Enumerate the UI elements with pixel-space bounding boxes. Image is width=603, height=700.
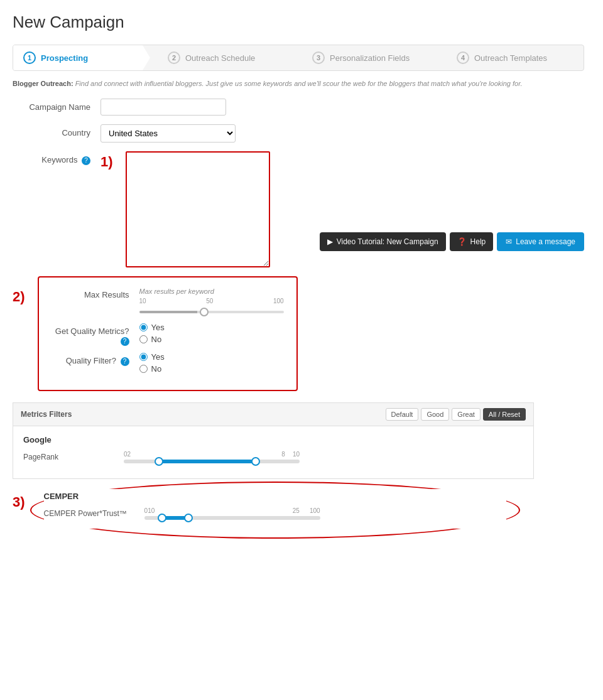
section2-box: Max Results Max results per keyword 10 5… [38, 276, 298, 391]
cemper-ellipse: CEMPER CEMPER Power*Trust™ 0 10 25 100 [30, 482, 520, 539]
page-container: New Campaign 1 Prospecting 2 Outreach Sc… [0, 0, 603, 700]
step-3-number: 3 [312, 51, 325, 64]
campaign-name-input[interactable] [100, 99, 226, 116]
description-text: Find and connect with influential blogge… [75, 80, 523, 87]
step-4-number: 4 [457, 51, 469, 64]
section3-outer: 3) CEMPER CEMPER Power*Trust™ 0 10 25 [13, 479, 534, 539]
cemper-thumb-left[interactable] [158, 514, 166, 522]
section2-wrapper: 2) Max Results Max results per keyword 1… [13, 276, 584, 400]
float-buttons: ▶ Video Tutorial: New Campaign ❓ Help ✉ … [320, 232, 584, 251]
play-icon: ▶ [327, 237, 333, 246]
keywords-label: Keywords ? [13, 151, 100, 165]
quality-filter-yes-radio[interactable] [139, 353, 148, 361]
step-1-number: 1 [23, 51, 36, 64]
filter-btn-great[interactable]: Great [452, 408, 481, 421]
google-metrics-body: Google PageRank 0 2 8 10 [13, 426, 534, 479]
quality-metrics-no[interactable]: No [139, 335, 165, 344]
cemper-metric-label: CEMPER Power*Trust™ [44, 509, 144, 518]
annotation-2: 2) [13, 289, 25, 305]
step-3-label: Personalization Fields [330, 53, 410, 63]
google-title: Google [23, 435, 523, 444]
campaign-name-label: Campaign Name [13, 99, 100, 112]
max-results-row: Max Results Max results per keyword 10 5… [52, 288, 284, 315]
step-3-personalization[interactable]: 3 Personalization Fields [295, 45, 439, 70]
max-results-range[interactable] [139, 311, 284, 313]
quality-metrics-yes-radio[interactable] [139, 323, 148, 331]
cemper-track [144, 516, 320, 520]
step-4-label: Outreach Templates [474, 53, 547, 63]
campaign-name-row: Campaign Name [13, 99, 584, 116]
quality-filter-no-radio[interactable] [139, 365, 148, 373]
cemper-title: CEMPER [44, 492, 506, 501]
country-row: Country United States [13, 124, 584, 143]
pagerank-slider-wrap: 0 2 8 10 [124, 451, 523, 463]
max-results-slider-container: Max results per keyword 10 50 100 [139, 288, 284, 315]
max-results-label: Max Results [52, 288, 139, 299]
max-results-sublabel: Max results per keyword [139, 288, 284, 295]
max-results-range-wrap [139, 306, 284, 315]
cemper-slider-wrap: 0 10 25 100 [144, 507, 506, 520]
pagerank-thumb-right[interactable] [251, 457, 260, 466]
annotation-1: 1) [100, 154, 113, 170]
pagerank-fill [159, 460, 256, 463]
quality-filter-label: Quality Filter? ? [52, 352, 139, 366]
step-description: Blogger Outreach: Find and connect with … [13, 80, 584, 87]
metrics-filter-buttons: Default Good Great All / Reset [386, 408, 526, 421]
quality-filter-row: Quality Filter? ? Yes No [52, 352, 284, 374]
quality-metrics-radio-group: Yes No [139, 323, 165, 344]
step-2-number: 2 [168, 51, 180, 64]
step-2-outreach-schedule[interactable]: 2 Outreach Schedule [150, 45, 295, 70]
step-1-prospecting[interactable]: 1 Prospecting [13, 45, 150, 70]
keywords-textarea[interactable] [126, 151, 270, 267]
step-1-label: Prospecting [41, 53, 88, 63]
help-button[interactable]: ❓ Help [450, 232, 494, 251]
metrics-section: Metrics Filters Default Good Great All /… [13, 402, 534, 539]
quality-filter-help-icon[interactable]: ? [121, 357, 129, 366]
metrics-filters-title: Metrics Filters [21, 410, 72, 419]
cemper-ticks: 0 10 25 100 [144, 507, 320, 514]
filter-btn-all-reset[interactable]: All / Reset [483, 408, 526, 421]
annotation-3: 3) [13, 494, 25, 510]
quality-metrics-row: Get Quality Metrics? ? Yes No [52, 323, 284, 346]
video-tutorial-button[interactable]: ▶ Video Tutorial: New Campaign [320, 232, 446, 251]
quality-filter-no[interactable]: No [139, 364, 165, 374]
cemper-ellipse-wrapper: CEMPER CEMPER Power*Trust™ 0 10 25 100 [30, 479, 534, 539]
quality-metrics-label: Get Quality Metrics? ? [52, 323, 139, 346]
page-title: New Campaign [13, 13, 584, 32]
step-2-label: Outreach Schedule [185, 53, 255, 63]
pagerank-label: PageRank [23, 453, 124, 461]
pagerank-row: PageRank 0 2 8 10 [23, 451, 523, 463]
cemper-thumb-right[interactable] [184, 514, 193, 522]
quality-metrics-help-icon[interactable]: ? [121, 337, 129, 346]
help-icon: ❓ [457, 237, 467, 246]
metrics-header: Metrics Filters Default Good Great All /… [13, 402, 534, 426]
pagerank-thumb-left[interactable] [155, 457, 163, 466]
description-prefix: Blogger Outreach: [13, 80, 73, 87]
envelope-icon: ✉ [506, 237, 512, 246]
quality-metrics-yes[interactable]: Yes [139, 323, 165, 332]
steps-bar: 1 Prospecting 2 Outreach Schedule 3 Pers… [13, 45, 584, 71]
cemper-metrics-body: CEMPER CEMPER Power*Trust™ 0 10 25 100 [44, 489, 506, 529]
cemper-power-trust-row: CEMPER Power*Trust™ 0 10 25 100 [44, 507, 506, 520]
slider-ticks: 10 50 100 [139, 298, 284, 304]
keywords-help-icon[interactable]: ? [82, 156, 90, 165]
filter-btn-good[interactable]: Good [421, 408, 449, 421]
leave-message-button[interactable]: ✉ Leave a message [497, 232, 584, 251]
quality-filter-yes[interactable]: Yes [139, 352, 165, 362]
quality-filter-radio-group: Yes No [139, 352, 165, 374]
pagerank-ticks: 0 2 8 10 [124, 451, 300, 458]
quality-metrics-no-radio[interactable] [139, 335, 148, 343]
country-label: Country [13, 124, 100, 137]
pagerank-track [124, 460, 300, 463]
filter-btn-default[interactable]: Default [386, 408, 419, 421]
country-select[interactable]: United States [100, 124, 236, 143]
step-4-outreach-templates[interactable]: 4 Outreach Templates [439, 45, 584, 70]
